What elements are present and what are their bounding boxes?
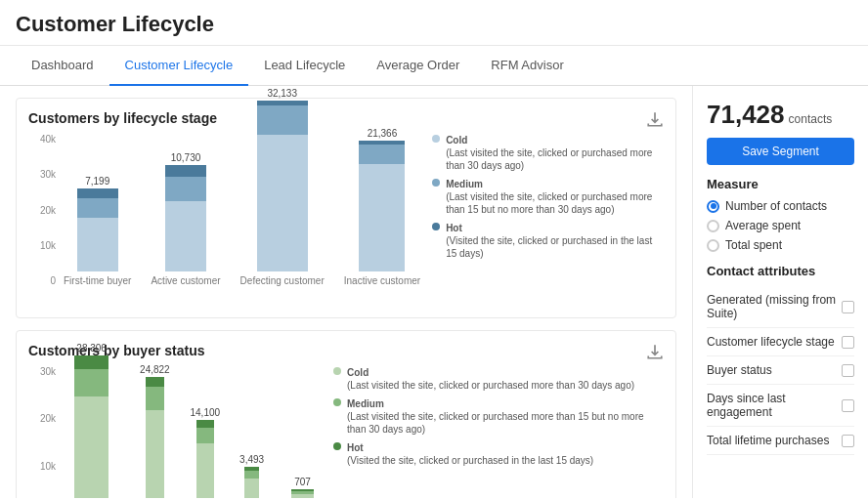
lifecycle-bar-chart: 40k 30k 20k 10k 0 7,199First-time buyer1… xyxy=(28,134,420,310)
attribute-item[interactable]: Total lifetime purchases xyxy=(707,427,854,455)
bar-value-label: 707 xyxy=(294,477,311,487)
tab-dashboard[interactable]: Dashboard xyxy=(16,46,109,86)
legend-item: Cold(Last visited the site, clicked or p… xyxy=(333,366,664,392)
bar-cold-segment xyxy=(77,218,118,271)
attribute-item[interactable]: Days since last engagement xyxy=(707,385,854,427)
bar-cold-segment xyxy=(74,396,108,498)
buyer-y-axis: 30k 20k 10k 0 xyxy=(28,366,62,498)
bar-cold-segment xyxy=(165,201,207,271)
attributes-heading: Contact attributes xyxy=(707,264,854,278)
buyer-bars-inner: 28,306Low spender24,822Normal14,100Silve… xyxy=(64,366,322,498)
bar-stack xyxy=(74,355,108,498)
measure-radio-group: Number of contactsAverage spentTotal spe… xyxy=(707,199,854,252)
attribute-checkbox[interactable] xyxy=(842,364,854,377)
contacts-label: contacts xyxy=(789,112,833,126)
bar-medium-segment xyxy=(74,369,108,396)
bar-stack xyxy=(244,467,259,498)
buyer-bar-chart: 30k 20k 10k 0 28,306Low spender24,822Nor… xyxy=(28,366,322,498)
bar-hot-segment xyxy=(146,377,164,387)
measure-radio-item[interactable]: Total spent xyxy=(707,238,854,252)
tab-customer-lifecycle[interactable]: Customer Lifecycle xyxy=(109,46,249,86)
bar-x-label: Inactive customer xyxy=(344,275,420,286)
main-content: Customers by lifecycle stage 40k 30k 20k… xyxy=(0,86,868,498)
legend-dot xyxy=(432,223,440,230)
radio-circle xyxy=(707,220,719,232)
page-title: Customer Lifecycle xyxy=(16,12,852,37)
buyer-chart-row: 30k 20k 10k 0 28,306Low spender24,822Nor… xyxy=(28,366,664,498)
measure-radio-item[interactable]: Number of contacts xyxy=(707,199,854,213)
bar-hot-segment xyxy=(165,165,207,177)
attribute-checkbox[interactable] xyxy=(842,336,854,349)
contacts-count: 71,428 xyxy=(707,100,785,130)
bar-stack xyxy=(291,489,314,498)
tab-average-order[interactable]: Average Order xyxy=(361,46,475,86)
bar-stack xyxy=(165,165,207,271)
attribute-item[interactable]: Generated (missing from Suite) xyxy=(707,286,854,328)
bar-cold-segment xyxy=(146,410,164,498)
bar-cold-segment xyxy=(257,135,308,271)
bar-group: 32,133Defecting customer xyxy=(240,134,325,286)
bar-value-label: 14,100 xyxy=(191,407,221,418)
tabs-bar: Dashboard Customer Lifecycle Lead Lifecy… xyxy=(0,46,868,86)
legend-text: Hot(Visited the site, clicked or purchas… xyxy=(446,222,664,260)
legend-text: Hot(Visited the site, clicked or purchas… xyxy=(347,441,593,467)
save-segment-button[interactable]: Save Segment xyxy=(707,138,854,165)
attribute-item[interactable]: Customer lifecycle stage xyxy=(707,328,854,356)
download-icon-1[interactable] xyxy=(646,110,664,128)
bar-group: 21,366Inactive customer xyxy=(344,134,420,286)
bar-medium-segment xyxy=(77,198,118,218)
legend-text: Medium(Last visited the site, clicked or… xyxy=(347,397,664,436)
buyer-legend: Cold(Last visited the site, clicked or p… xyxy=(333,366,664,467)
legend-dot xyxy=(432,135,440,143)
legend-item: Cold(Last visited the site, clicked or p… xyxy=(432,134,664,172)
attribute-checkbox[interactable] xyxy=(842,301,854,313)
bar-cold-segment xyxy=(359,164,405,271)
attribute-checkbox[interactable] xyxy=(842,399,854,412)
radio-circle xyxy=(707,239,719,252)
bar-medium-segment xyxy=(146,387,164,410)
legend-item: Medium(Last visited the site, clicked or… xyxy=(432,178,664,216)
attribute-label: Days since last engagement xyxy=(707,392,842,419)
right-panel: 71,428contacts Save Segment Measure Numb… xyxy=(692,86,868,498)
bar-value-label: 10,730 xyxy=(171,152,201,163)
bar-value-label: 7,199 xyxy=(85,176,109,187)
bar-stack xyxy=(146,377,164,498)
legend-dot xyxy=(333,398,341,406)
bar-x-label: Defecting customer xyxy=(240,275,325,286)
bar-group: 24,822Normal xyxy=(139,366,170,498)
bar-group: 28,306Low spender xyxy=(64,366,119,498)
radio-label: Average spent xyxy=(725,219,801,232)
attribute-label: Generated (missing from Suite) xyxy=(707,293,842,320)
bar-medium-segment xyxy=(165,177,207,201)
lifecycle-chart-title: Customers by lifecycle stage xyxy=(28,110,664,126)
bar-stack xyxy=(359,141,405,271)
bar-group: 3,493Gold xyxy=(239,366,264,498)
lifecycle-chart-row: 40k 30k 20k 10k 0 7,199First-time buyer1… xyxy=(28,134,664,310)
tab-lead-lifecycle[interactable]: Lead Lifecycle xyxy=(248,46,361,86)
bar-medium-segment xyxy=(257,105,308,135)
bar-cold-segment xyxy=(244,479,259,498)
lifecycle-chart-section: Customers by lifecycle stage 40k 30k 20k… xyxy=(16,98,676,318)
contacts-summary: 71,428contacts xyxy=(707,100,854,130)
bar-medium-segment xyxy=(244,471,259,479)
attribute-item[interactable]: Buyer status xyxy=(707,356,854,385)
download-icon-2[interactable] xyxy=(646,343,664,360)
legend-dot xyxy=(333,367,341,375)
bar-value-label: 3,493 xyxy=(239,454,264,465)
bar-value-label: 28,306 xyxy=(76,343,107,354)
attributes-list: Generated (missing from Suite)Customer l… xyxy=(707,286,854,455)
tab-rfm-advisor[interactable]: RFM Advisor xyxy=(475,46,579,86)
bar-group: 707Platinum xyxy=(283,366,322,498)
radio-label: Total spent xyxy=(725,238,782,252)
buyer-bars-area: 30k 20k 10k 0 28,306Low spender24,822Nor… xyxy=(28,366,322,498)
legend-item: Hot(Visited the site, clicked or purchas… xyxy=(432,222,664,260)
attribute-checkbox[interactable] xyxy=(842,435,854,447)
bar-group: 7,199First-time buyer xyxy=(64,134,131,286)
measure-heading: Measure xyxy=(707,177,854,191)
bar-x-label: First-time buyer xyxy=(64,275,131,286)
bar-cold-segment xyxy=(291,494,314,498)
legend-text: Cold(Last visited the site, clicked or p… xyxy=(446,134,664,172)
bar-stack xyxy=(257,101,308,271)
bar-hot-segment xyxy=(77,188,118,198)
measure-radio-item[interactable]: Average spent xyxy=(707,219,854,232)
